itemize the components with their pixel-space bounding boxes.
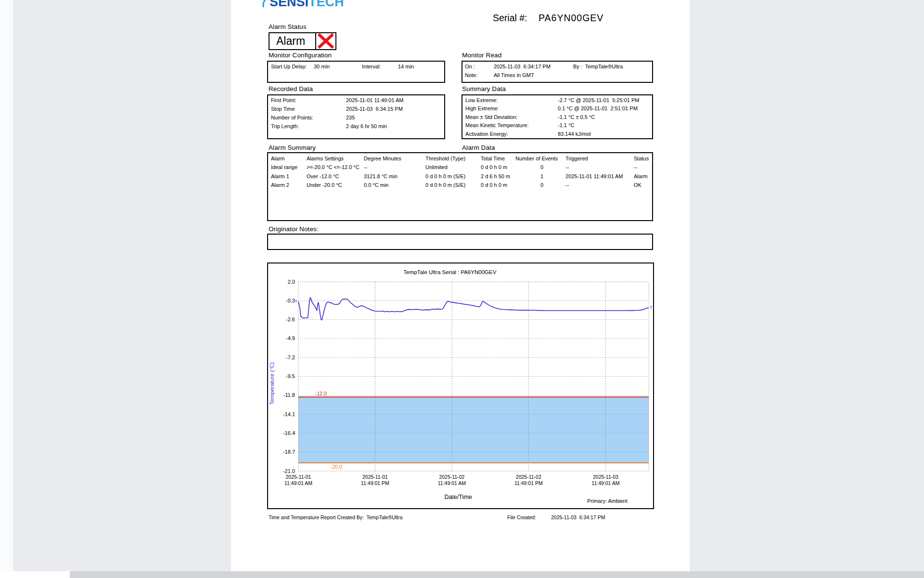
- x-tick-label: 2025-11-02: [516, 474, 541, 480]
- y-tick-label: -4.9: [286, 335, 295, 341]
- x-tick-label: 11:49:01 AM: [591, 480, 619, 486]
- footer-file-created-value: 2025-11-03 6:34:17 PM: [551, 514, 605, 520]
- read-on-label: On :: [465, 64, 475, 69]
- high-limit-label: -12.0: [315, 391, 327, 396]
- table-cell: Over -12.0 °C: [307, 173, 339, 179]
- read-by-value: By : TempTale®Ultra: [573, 64, 623, 69]
- table-cell: 0 d 0 h 0 m: [481, 164, 507, 170]
- monitor-configuration-title: Monitor Configuration: [269, 52, 332, 59]
- data-row-value: 2 day 6 hr 50 min: [346, 123, 387, 129]
- data-row-label: Number of Points:: [271, 115, 313, 120]
- table-cell: Ideal range: [271, 164, 297, 170]
- data-row-value: 83.144 kJ/mol: [558, 131, 590, 137]
- table-cell: 2 d 6 h 50 m: [481, 173, 510, 179]
- data-row-label: Stop Time: [271, 106, 295, 112]
- table-cell: OK: [634, 182, 642, 188]
- chart-canvas: TempTale Ultra Serial : PA6YN00GEV2.0-0.…: [268, 263, 653, 508]
- table-header-cell: Triggered: [565, 156, 588, 161]
- summary-data-box: Low Extreme:-2.7 °C @ 2025-11-01 5:25:01…: [462, 94, 653, 139]
- y-tick-label: -14.1: [283, 411, 295, 417]
- y-axis-label: Temperature (°C): [269, 362, 275, 405]
- read-note-label: Note:: [465, 72, 477, 78]
- alarm-status-title: Alarm Status: [269, 23, 306, 30]
- table-cell: Alarm: [634, 173, 648, 179]
- data-row-value: -1.1 °C: [558, 122, 574, 128]
- read-on-value: 2025-11-03 6:34:17 PM: [494, 64, 551, 69]
- line-start-marker: T: [295, 299, 298, 304]
- alarm-data-title: Alarm Data: [462, 144, 495, 151]
- svg-text:SENSITECH: SENSITECH: [270, 0, 344, 7]
- logo-swoosh-icon: [263, 0, 267, 7]
- temperature-chart: TempTale Ultra Serial : PA6YN00GEV2.0-0.…: [267, 263, 654, 509]
- alarm-x-icon: [316, 33, 335, 49]
- table-cell: 1: [515, 173, 568, 179]
- data-row-value: -1.1 °C ± 0.5 °C: [558, 114, 595, 120]
- table-cell: >=-20.0 °C <=-12.0 °C: [307, 164, 359, 170]
- x-tick-label: 11:49:01 PM: [514, 480, 543, 486]
- x-tick-label: 2025-11-01: [286, 474, 311, 480]
- table-cell: Alarm 2: [271, 182, 289, 188]
- y-tick-label: -9.5: [286, 373, 295, 379]
- low-limit-label: -20.0: [331, 464, 342, 470]
- originator-notes-box: [267, 234, 653, 250]
- interval-label: Interval:: [362, 64, 381, 69]
- y-tick-label: 2.0: [288, 279, 295, 285]
- sensitech-logo: SENSITECH: [259, 0, 346, 7]
- table-cell: 0 d 0 h 0 m (S/E): [425, 182, 465, 188]
- alarm-summary-table: AlarmAlarms SettingsDegree MinutesThresh…: [267, 152, 653, 221]
- table-cell: 0 d 0 h 0 m: [481, 182, 507, 188]
- data-row-label: Mean Kinetic Temperature:: [465, 122, 528, 128]
- recorded-data-box: First Point:2025-11-01 11:49:01 AMStop T…: [267, 94, 445, 139]
- data-row-value: 0.1 °C @ 2025-11-01 2:51:01 PM: [558, 105, 638, 111]
- startup-delay-value: 30 min: [314, 64, 330, 69]
- y-tick-label: -2.6: [286, 316, 295, 322]
- x-tick-label: 2025-11-02: [439, 474, 464, 480]
- y-tick-label: -0.3: [286, 298, 295, 303]
- x-tick-label: 11:49:01 PM: [361, 480, 389, 486]
- footer-created-by: Time and Temperature Report Created By: …: [269, 514, 402, 520]
- y-tick-label: -16.4: [283, 430, 295, 436]
- footer-file-created-label: File Created:: [507, 514, 536, 520]
- data-row-label: Trip Length:: [271, 123, 299, 129]
- data-row-label: Activation Energy:: [465, 131, 508, 137]
- table-header-cell: Total Time: [481, 156, 505, 161]
- logo-text-primary: SENSI: [270, 0, 308, 7]
- x-tick-label: 11:49:01 AM: [438, 480, 466, 486]
- window-left-gutter: [0, 0, 13, 578]
- monitor-configuration-box: Start Up Delay: 30 min Interval: 14 min: [267, 61, 445, 83]
- table-header-cell: Number of Events: [515, 156, 558, 161]
- read-note-value: All Times in GMT: [494, 72, 534, 78]
- alarm-x-cell: [315, 33, 335, 49]
- alarm-status-box: Alarm: [269, 32, 336, 50]
- chart-title: TempTale Ultra Serial : PA6YN00GEV: [404, 269, 497, 275]
- table-cell: --: [565, 164, 569, 170]
- table-cell: 3121.8 °C min: [364, 173, 398, 179]
- x-axis-label: Date/Time: [444, 494, 472, 500]
- data-row-label: First Point:: [271, 97, 296, 103]
- temperature-line: [298, 298, 649, 320]
- table-cell: 0: [515, 182, 568, 188]
- table-header-cell: Alarm: [271, 156, 285, 161]
- table-cell: Alarm 1: [271, 173, 289, 179]
- serial-label: Serial #:: [493, 13, 527, 24]
- chart-legend: Primary: Ambient: [587, 498, 628, 504]
- data-row-label: High Extreme:: [465, 105, 499, 111]
- data-row-value: 2025-11-03 6:34:15 PM: [346, 106, 403, 112]
- x-tick-label: 11:49:01 AM: [284, 480, 312, 486]
- window-bottom-corner: [0, 571, 70, 578]
- line-end-marker: T: [650, 305, 653, 310]
- table-cell: 0: [515, 164, 568, 170]
- window-bottom-bar: [70, 571, 924, 578]
- alarm-status-value: Alarm: [276, 35, 305, 48]
- table-header-cell: Status: [634, 156, 649, 161]
- y-tick-label: -7.2: [286, 355, 295, 360]
- data-row-value: 2025-11-01 11:49:01 AM: [346, 97, 403, 103]
- data-row-label: Mean ± Std Deviation:: [465, 114, 517, 120]
- alarm-summary-title: Alarm Summary: [269, 144, 316, 151]
- ideal-band: [298, 397, 649, 463]
- table-header-cell: Alarms Settings: [307, 156, 344, 161]
- table-cell: Unlimited: [425, 164, 448, 170]
- recorded-data-title: Recorded Data: [269, 85, 313, 92]
- x-tick-label: 2025-11-01: [362, 474, 388, 480]
- originator-notes-title: Originator Notes:: [269, 225, 319, 233]
